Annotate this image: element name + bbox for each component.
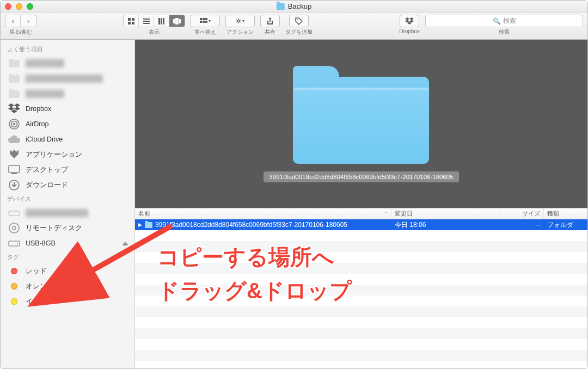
- dropbox-icon: [7, 103, 21, 115]
- sidebar-item-icloud[interactable]: iCloud Drive: [1, 132, 134, 147]
- svg-rect-1: [132, 18, 134, 21]
- svg-rect-15: [205, 18, 207, 20]
- sidebar-item-airdrop[interactable]: AirDrop: [1, 116, 134, 132]
- share-button[interactable]: [260, 15, 280, 27]
- svg-rect-4: [143, 19, 150, 20]
- sidebar-device-hidden[interactable]: █████████████: [1, 205, 134, 220]
- action-button[interactable]: ✲▾: [225, 15, 255, 27]
- svg-rect-17: [203, 21, 205, 23]
- search-label: 検索: [499, 28, 510, 36]
- svg-point-19: [297, 19, 298, 20]
- apps-icon: [7, 149, 21, 161]
- sidebar-item-hidden-2[interactable]: ████████████████: [1, 71, 134, 86]
- svg-rect-3: [132, 22, 134, 24]
- share-group: 共有: [260, 15, 280, 36]
- sidebar-item-hidden-3[interactable]: ████████: [1, 86, 134, 101]
- sidebar-device-remote-disc[interactable]: リモートディスク: [1, 220, 134, 236]
- svg-rect-18: [205, 21, 207, 23]
- svg-rect-16: [200, 21, 202, 23]
- title-bar: Backup: [1, 1, 587, 13]
- eject-icon[interactable]: ⏏: [122, 240, 128, 247]
- zoom-window-button[interactable]: [27, 3, 33, 10]
- header-kind[interactable]: 種類: [544, 208, 587, 219]
- tag-icon: [295, 17, 303, 25]
- svg-point-22: [13, 123, 15, 125]
- window-title: Backup: [277, 2, 311, 10]
- svg-rect-11: [175, 18, 179, 24]
- search-input[interactable]: 🔍 検索: [425, 15, 583, 27]
- row-kind-text: フォルダ: [544, 220, 587, 230]
- view-columns-button[interactable]: [154, 15, 169, 27]
- external-drive-icon: [7, 237, 21, 249]
- dropbox-label: Dropbox: [399, 28, 420, 34]
- empty-list-area: [135, 230, 587, 368]
- svg-rect-6: [143, 23, 150, 24]
- header-size[interactable]: サイズ: [500, 208, 544, 219]
- header-modified[interactable]: 変更日: [391, 208, 500, 219]
- action-group: ✲▾ アクション: [225, 15, 255, 36]
- view-group: 表示: [123, 15, 185, 36]
- row-size-text: --: [500, 221, 544, 229]
- folder-icon: [7, 72, 21, 84]
- sidebar-device-usb-8gb[interactable]: USB-8GB ⏏: [1, 236, 134, 251]
- svg-rect-0: [128, 18, 131, 21]
- airdrop-icon: [7, 118, 21, 130]
- svg-rect-9: [163, 18, 164, 24]
- svg-point-27: [9, 223, 19, 233]
- devices-header: デバイス: [1, 193, 134, 205]
- sidebar-tag-orange[interactable]: オレンジ: [1, 279, 134, 294]
- view-icons-button[interactable]: [124, 15, 139, 27]
- sidebar-item-dropbox[interactable]: Dropbox: [1, 101, 134, 116]
- tags-header: タグ: [1, 251, 134, 263]
- sidebar-item-downloads[interactable]: ダウンロード: [1, 177, 134, 193]
- disclosure-triangle-icon[interactable]: ▶: [138, 222, 142, 227]
- share-icon: [267, 17, 273, 25]
- nav-label: 戻る/進む: [9, 28, 33, 36]
- svg-rect-14: [203, 18, 205, 20]
- header-name[interactable]: 名前˄: [135, 208, 391, 219]
- svg-rect-13: [200, 18, 202, 20]
- desktop-icon: [7, 164, 21, 176]
- dropbox-group: Dropbox: [399, 15, 420, 34]
- folder-icon: [277, 3, 285, 10]
- mac-hd-icon: [7, 207, 21, 219]
- tag-button[interactable]: [289, 15, 309, 27]
- downloads-icon: [7, 179, 21, 191]
- preview-caption: 3991f3ad0018cd2dd8d804f658c0069bfd5f33c7…: [264, 171, 458, 182]
- dropbox-button[interactable]: [400, 15, 419, 27]
- svg-rect-10: [173, 19, 175, 23]
- sort-button[interactable]: ▾: [191, 15, 220, 27]
- back-button[interactable]: ‹: [5, 15, 21, 27]
- row-modified-text: 今日 18:06: [391, 220, 500, 230]
- svg-rect-23: [9, 165, 20, 173]
- folder-icon: [145, 222, 152, 228]
- tag-dot-orange-icon: [11, 283, 17, 290]
- list-row-selected[interactable]: ▶ 3991f3ad0018cd2dd8d804f658c0069bfd5f33…: [135, 219, 587, 230]
- folder-icon: [7, 57, 21, 69]
- sidebar-tag-yellow[interactable]: イエロー: [1, 294, 134, 309]
- sidebar-tag-red[interactable]: レッド: [1, 263, 134, 279]
- minimize-window-button[interactable]: [16, 3, 22, 10]
- view-coverflow-button[interactable]: [169, 15, 185, 27]
- svg-rect-26: [9, 211, 20, 216]
- gear-icon: ✲: [236, 17, 241, 25]
- sidebar-item-hidden-1[interactable]: ████████: [1, 56, 134, 71]
- preview-item[interactable]: 3991f3ad0018cd2dd8d804f658c0069bfd5f33c7…: [264, 66, 458, 182]
- coverflow-preview[interactable]: 3991f3ad0018cd2dd8d804f658c0069bfd5f33c7…: [135, 40, 587, 208]
- nav-group: ‹ › 戻る/進む: [5, 15, 36, 36]
- sort-group: ▾ 並べ替え: [191, 15, 220, 36]
- view-list-button[interactable]: [139, 15, 154, 27]
- sidebar-item-applications[interactable]: アプリケーション: [1, 147, 134, 162]
- svg-rect-8: [161, 18, 162, 24]
- finder-window: Backup ‹ › 戻る/進む: [0, 0, 588, 369]
- sort-label: 並べ替え: [194, 28, 216, 36]
- sidebar-item-desktop[interactable]: デスクトップ: [1, 162, 134, 177]
- cloud-icon: [7, 133, 21, 145]
- favorites-header: よく使う項目: [1, 43, 134, 56]
- close-window-button[interactable]: [5, 3, 11, 10]
- content: 3991f3ad0018cd2dd8d804f658c0069bfd5f33c7…: [135, 40, 587, 368]
- sort-asc-icon: ˄: [385, 211, 388, 217]
- forward-button[interactable]: ›: [21, 15, 36, 27]
- tag-label: タグを追加: [285, 28, 313, 36]
- svg-point-28: [13, 226, 16, 230]
